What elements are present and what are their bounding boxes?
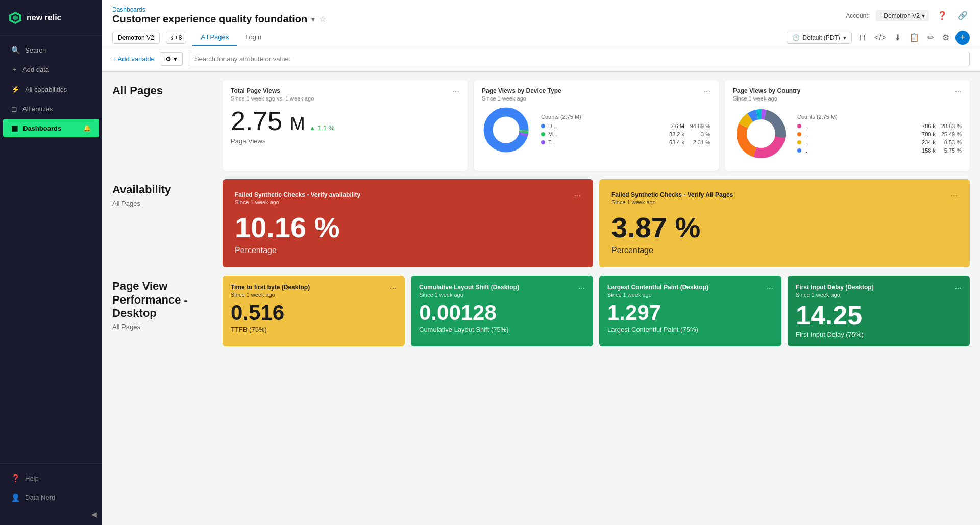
card-total-page-views-titles: Total Page Views Since 1 week ago vs. 1 …: [231, 87, 314, 102]
device-legend-pct-0: 94.69 %: [688, 123, 710, 129]
sidebar: new relic 🔍 Search ＋ Add data ⚡ All capa…: [0, 0, 102, 525]
new-relic-logo-icon: [8, 11, 22, 25]
breadcrumb[interactable]: Dashboards: [112, 6, 326, 13]
fid-number: 14.25: [796, 302, 962, 329]
sidebar-item-dashboards[interactable]: ▦ Dashboards 🔔: [3, 119, 99, 137]
section-page-view-performance-title: Page View Performance - Desktop: [112, 280, 214, 320]
filter-options-button[interactable]: ⚙ ▾: [160, 52, 183, 66]
sidebar-item-help[interactable]: ❓ Help: [3, 469, 99, 487]
topbar-lower-left: Demotron V2 🏷 8 All Pages Login: [112, 29, 270, 46]
sidebar-item-search[interactable]: 🔍 Search: [3, 41, 99, 59]
sidebar-nav: 🔍 Search ＋ Add data ⚡ All capabilities ◻…: [0, 36, 102, 463]
card-page-views-country-titles: Page Views by Country Since 1 week ago: [733, 87, 801, 102]
filter-search-input[interactable]: [188, 52, 970, 66]
country-legend-row-0: ... 786 k 28.63 %: [797, 123, 962, 129]
card-total-page-views-title: Total Page Views: [231, 87, 314, 95]
settings-button[interactable]: ⚙: [940, 31, 951, 44]
card-total-page-views-value-row: 2.75 M ▲ 1.1 %: [231, 108, 459, 134]
card-failed-verify-availability-header: Failed Synthetic Checks - Verify availab…: [235, 191, 581, 206]
sidebar-item-label-entities: All entities: [22, 105, 53, 113]
search-icon: 🔍: [11, 46, 20, 54]
card-failed-verify-all: Failed Synthetic Checks - Verify All Pag…: [599, 179, 970, 268]
device-donut-chart: [482, 106, 533, 156]
country-legend-row-1: ... 700 k 25.49 %: [797, 131, 962, 137]
country-legend-pct-0: 28.63 %: [939, 123, 962, 129]
country-legend-dot-2: [797, 140, 801, 144]
card-failed-verify-all-subtitle: Since 1 week ago: [611, 199, 733, 205]
device-legend-row-1: M... 82.2 k 3 %: [541, 131, 710, 137]
filter-tag[interactable]: Demotron V2: [112, 32, 160, 44]
section-availability-title: Availability: [112, 183, 214, 196]
section-availability: Availability All Pages Failed Synthetic …: [112, 179, 970, 268]
sidebar-item-data-nerd[interactable]: 👤 Data Nerd: [3, 488, 99, 507]
card-failed-verify-all-menu[interactable]: ···: [951, 191, 958, 201]
country-legend-name-1: ...: [804, 131, 912, 137]
code-button[interactable]: </>: [872, 31, 888, 44]
card-cls-menu[interactable]: ···: [578, 284, 585, 293]
card-ttfb-menu[interactable]: ···: [390, 284, 397, 293]
device-legend-name-1: M...: [548, 131, 661, 137]
card-total-page-views-menu[interactable]: ···: [453, 87, 459, 96]
card-cls-header: Cumulative Layout Shift (Desktop) Since …: [419, 284, 585, 298]
country-legend-count-1: 700 k: [915, 131, 936, 137]
card-failed-verify-availability-menu[interactable]: ···: [574, 191, 581, 201]
topbar: Dashboards Customer experience quality f…: [102, 0, 980, 46]
card-page-views-country-subtitle: Since 1 week ago: [733, 95, 801, 102]
tag-icon: 🏷: [170, 34, 177, 41]
account-chevron-icon: ▾: [922, 12, 925, 19]
country-legend-header: Counts (2.75 M): [797, 114, 962, 120]
card-page-views-country-menu[interactable]: ···: [955, 87, 962, 96]
device-legend-count-0: 2.6 M: [664, 123, 684, 129]
card-lcp: Largest Contentful Paint (Desktop) Since…: [599, 276, 781, 346]
card-ttfb-titles: Time to first byte (Desktop) Since 1 wee…: [231, 284, 310, 298]
time-selector[interactable]: 🕐 Default (PDT) ▾: [787, 32, 852, 44]
device-legend-count-2: 63.4 k: [664, 139, 684, 145]
entities-icon: ◻: [11, 105, 17, 113]
sidebar-item-label-add-data: Add data: [22, 66, 49, 73]
tv-mode-button[interactable]: 🖥: [856, 31, 868, 44]
sidebar-bottom: ❓ Help 👤 Data Nerd ◀: [0, 463, 102, 525]
link-button[interactable]: 🔗: [955, 9, 970, 22]
edit-button[interactable]: ✏: [925, 31, 936, 44]
add-dashboard-button[interactable]: +: [955, 31, 970, 45]
card-lcp-header: Largest Contentful Paint (Desktop) Since…: [607, 284, 773, 298]
country-legend-dot-3: [797, 148, 801, 153]
sidebar-item-all-capabilities[interactable]: ⚡ All capabilities: [3, 80, 99, 98]
ttfb-number: 0.516: [231, 302, 397, 323]
sidebar-item-all-entities[interactable]: ◻ All entities: [3, 99, 99, 118]
title-chevron-icon[interactable]: ▾: [311, 15, 315, 23]
failed-verify-all-label: Percentage: [611, 246, 958, 255]
add-variable-button[interactable]: + Add variable: [112, 55, 155, 63]
page-title: Customer experience quality foundation: [112, 13, 307, 25]
account-selector[interactable]: - Demotron V2 ▾: [876, 10, 929, 21]
download-button[interactable]: ⬇: [892, 31, 903, 44]
tab-login[interactable]: Login: [237, 29, 270, 46]
failed-verify-availability-label: Percentage: [235, 246, 581, 255]
card-page-views-device-menu[interactable]: ···: [704, 87, 710, 96]
card-page-views-country-header: Page Views by Country Since 1 week ago ·…: [733, 87, 962, 102]
sidebar-item-add-data[interactable]: ＋ Add data: [3, 60, 99, 79]
card-lcp-menu[interactable]: ···: [767, 284, 773, 293]
card-cls-subtitle: Since 1 week ago: [419, 292, 519, 298]
country-legend-dot-0: [797, 124, 801, 128]
filter-icon: ⚙: [165, 55, 172, 63]
country-legend-count-0: 786 k: [915, 123, 936, 129]
copy-button[interactable]: 📋: [907, 31, 921, 44]
card-fid-title: First Input Delay (Desktop): [796, 284, 874, 292]
tags-button[interactable]: 🏷 8: [166, 32, 187, 44]
card-failed-verify-all-titles: Failed Synthetic Checks - Verify All Pag…: [611, 191, 733, 206]
dashboard-content: All Pages Total Page Views Since 1 week …: [102, 72, 980, 525]
card-fid-subtitle: Since 1 week ago: [796, 292, 874, 298]
tab-all-pages[interactable]: All Pages: [192, 29, 237, 46]
collapse-btn[interactable]: ◀: [0, 508, 102, 521]
total-page-views-trend: ▲ 1.1 %: [309, 124, 335, 132]
favorite-icon[interactable]: ☆: [319, 14, 326, 24]
card-total-page-views-header: Total Page Views Since 1 week ago vs. 1 …: [231, 87, 459, 102]
device-legend-name-0: D...: [548, 123, 661, 129]
card-failed-verify-availability: Failed Synthetic Checks - Verify availab…: [223, 179, 593, 268]
card-total-page-views-subtitle: Since 1 week ago vs. 1 week ago: [231, 95, 314, 102]
card-fid-menu[interactable]: ···: [955, 284, 962, 293]
help-button[interactable]: ❓: [935, 9, 949, 22]
capabilities-icon: ⚡: [11, 85, 20, 93]
card-page-views-device-titles: Page Views by Device Type Since 1 week a…: [482, 87, 561, 102]
